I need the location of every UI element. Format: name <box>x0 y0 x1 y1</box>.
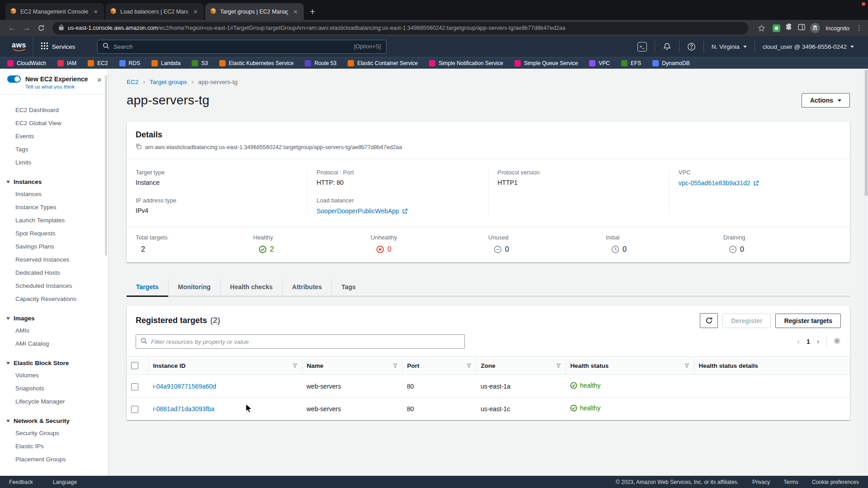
reload-icon[interactable] <box>34 22 48 34</box>
sidebar-item-volumes[interactable]: Volumes <box>0 369 108 382</box>
favorite-efs[interactable]: EFS <box>621 60 641 66</box>
address-bar[interactable]: us-east-1.console.aws.amazon.com/ec2/hom… <box>52 22 748 34</box>
tab-health-checks[interactable]: Health checks <box>220 279 282 296</box>
help-button[interactable] <box>679 36 703 57</box>
browser-tab-1[interactable]: EC2 Management Console × <box>5 3 104 20</box>
sidebar-item-tags[interactable]: Tags <box>0 143 108 156</box>
experience-toggle[interactable] <box>7 75 21 83</box>
funnel-icon[interactable] <box>467 363 472 368</box>
feedback-link[interactable]: Feedback <box>9 479 33 485</box>
favorite-rds[interactable]: RDS <box>119 60 140 66</box>
sidebar-item-instances[interactable]: Instances <box>0 188 108 201</box>
next-page-icon[interactable]: › <box>817 338 819 346</box>
chrome-menu-icon[interactable]: ⋮ <box>856 24 863 32</box>
table-row[interactable]: i-04a9108771569a60dweb-servers80us-east-… <box>127 375 850 398</box>
sidebar-item-spot-requests[interactable]: Spot Requests <box>0 227 108 240</box>
extension-icon[interactable] <box>773 24 780 32</box>
favorite-vpc[interactable]: VPC <box>589 60 610 66</box>
services-menu[interactable]: Services <box>33 36 84 57</box>
deregister-button[interactable]: Deregister <box>722 314 771 328</box>
global-search-input[interactable]: Search [Option+S] <box>97 40 387 54</box>
favorite-route-53[interactable]: Route 53 <box>305 60 336 66</box>
copy-icon[interactable] <box>136 143 142 151</box>
favorite-cloudwatch[interactable]: CloudWatch <box>7 60 46 66</box>
favorite-elastic-container-service[interactable]: Elastic Container Service <box>348 60 418 66</box>
favorite-iam[interactable]: IAM <box>57 60 76 66</box>
sidebar-item-savings-plans[interactable]: Savings Plans <box>0 240 108 253</box>
sidebar-section-network-security[interactable]: Network & Security <box>0 414 108 427</box>
aws-logo[interactable]: aws <box>12 42 26 52</box>
cloudshell-button[interactable]: >_ <box>630 36 655 57</box>
page-scrollbar[interactable] <box>864 69 868 476</box>
sidebar-item-ami-catalog[interactable]: AMI Catalog <box>0 337 108 350</box>
breadcrumb-target-groups[interactable]: Target groups <box>150 79 187 85</box>
funnel-icon[interactable] <box>393 363 398 368</box>
tab-tags[interactable]: Tags <box>331 279 365 296</box>
favorite-simple-queue-service[interactable]: Simple Queue Service <box>514 60 578 66</box>
browser-tab-2[interactable]: Load balancers | EC2 Managem × <box>105 3 204 20</box>
sidebar-item-snapshots[interactable]: Snapshots <box>0 382 108 395</box>
close-icon[interactable]: × <box>97 76 102 84</box>
favorite-dynamodb[interactable]: DynamoDB <box>652 60 689 66</box>
favorite-ec2[interactable]: EC2 <box>88 60 108 66</box>
scrollbar-thumb[interactable] <box>865 70 868 196</box>
funnel-icon[interactable] <box>292 363 297 368</box>
instance-id-link[interactable]: i-04a9108771569a60d <box>153 383 216 390</box>
tab-monitoring[interactable]: Monitoring <box>168 279 220 296</box>
sidebar-section-images[interactable]: Images <box>0 311 108 324</box>
cookie-preferences-link[interactable]: Cookie preferences <box>812 479 859 485</box>
previous-page-icon[interactable]: ‹ <box>797 338 800 346</box>
sidebar-item-ec2-global-view[interactable]: EC2 Global View <box>0 117 108 130</box>
sidebar-item-events[interactable]: Events <box>0 130 108 143</box>
sidebar-item-amis[interactable]: AMIs <box>0 324 108 337</box>
forward-icon[interactable]: → <box>20 22 33 34</box>
sidebar-item-security-groups[interactable]: Security Groups <box>0 427 108 440</box>
puzzle-extensions-icon[interactable] <box>785 23 793 33</box>
sidebar-section-elastic-block-store[interactable]: Elastic Block Store <box>0 356 108 369</box>
load-balancer-link[interactable]: SooperDooperPublicWebApp <box>316 207 408 215</box>
new-tab-button[interactable]: + <box>310 7 315 16</box>
refresh-button[interactable] <box>700 313 718 328</box>
favorite-elastic-kubernetes-service[interactable]: Elastic Kubernetes Service <box>219 60 293 66</box>
target-group-arn[interactable]: arn:aws:elasticloadbalancing:us-east-1:3… <box>145 144 402 150</box>
sidebar-scrollbar[interactable] <box>105 75 107 256</box>
page-number[interactable]: 1 <box>807 338 810 345</box>
sidebar-item-limits[interactable]: Limits <box>0 156 108 169</box>
filter-input[interactable]: Filter resources by property or value <box>136 334 465 349</box>
register-targets-button[interactable]: Register targets <box>775 314 841 328</box>
vpc-link[interactable]: vpc-055ad61e83b9a31d2 <box>679 179 759 187</box>
experience-subtitle[interactable]: Tell us what you think <box>25 84 101 89</box>
sidebar-item-ec2-dashboard[interactable]: EC2 Dashboard <box>0 103 108 117</box>
sidebar-item-capacity-reservations[interactable]: Capacity Reservations <box>0 292 108 305</box>
tab-attributes[interactable]: Attributes <box>282 279 331 296</box>
language-link[interactable]: Language <box>53 479 77 485</box>
sidebar-section-instances[interactable]: Instances <box>0 175 108 188</box>
sidebar-item-lifecycle-manager[interactable]: Lifecycle Manager <box>0 395 108 408</box>
select-all-checkbox[interactable] <box>131 362 138 369</box>
incognito-avatar-icon[interactable] <box>810 23 820 33</box>
region-selector[interactable]: N. Virginia <box>704 36 755 57</box>
tab-close-icon[interactable]: × <box>292 7 299 16</box>
sidebar-item-placement-groups[interactable]: Placement Groups <box>0 453 108 466</box>
instance-id-link[interactable]: i-0881ad71da3093fba <box>153 405 214 413</box>
favorite-lambda[interactable]: Lambda <box>151 60 180 66</box>
sidebar-item-scheduled-instances[interactable]: Scheduled Instances <box>0 279 108 292</box>
sidebar-item-instance-types[interactable]: Instance Types <box>0 201 108 214</box>
tab-close-icon[interactable]: × <box>192 7 199 16</box>
privacy-link[interactable]: Privacy <box>752 479 770 485</box>
browser-tab-3-active[interactable]: Target groups | EC2 Managem × <box>205 3 304 20</box>
table-row[interactable]: i-0881ad71da3093fbaweb-servers80us-east-… <box>127 398 850 420</box>
sidebar-item-dedicated-hosts[interactable]: Dedicated Hosts <box>0 266 108 279</box>
tab-targets[interactable]: Targets <box>127 279 168 296</box>
sidebar-item-reserved-instances[interactable]: Reserved Instances <box>0 253 108 266</box>
funnel-icon[interactable] <box>556 363 561 368</box>
favorite-simple-notification-service[interactable]: Simple Notification Service <box>429 60 503 66</box>
funnel-icon[interactable] <box>684 363 689 368</box>
sidebar-item-launch-templates[interactable]: Launch Templates <box>0 214 108 227</box>
actions-button[interactable]: Actions <box>802 93 850 108</box>
tab-close-icon[interactable]: × <box>92 7 99 16</box>
row-checkbox[interactable] <box>131 383 138 390</box>
table-settings-button[interactable] <box>833 337 841 347</box>
breadcrumb-ec2[interactable]: EC2 <box>127 79 138 85</box>
side-panel-icon[interactable] <box>797 23 806 33</box>
